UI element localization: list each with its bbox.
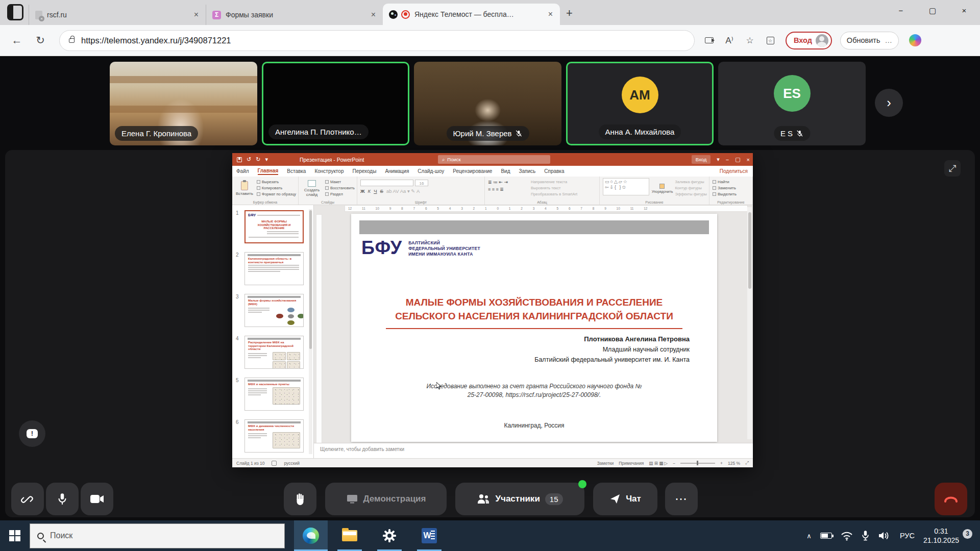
new-slide-button[interactable]: Создать слайд	[302, 178, 322, 199]
layout-button[interactable]: Макет	[325, 180, 355, 184]
taskbar-word[interactable]: W	[412, 520, 446, 551]
thumbnail-slide-2[interactable]: 2 Калининградская область: в контексте п…	[232, 252, 313, 285]
thumbnail-slide-5[interactable]: 5 МФХ и населенные пункты	[232, 378, 313, 411]
favorite-star-button[interactable]: ☆	[742, 32, 758, 48]
browser-update-button[interactable]: Обновить …	[840, 32, 899, 49]
battery-icon[interactable]	[820, 533, 832, 539]
new-tab-button[interactable]: +	[560, 7, 581, 25]
thumbnail-slide-6[interactable]: 6 МФХ и динамика численности населения	[232, 419, 313, 453]
end-call-button[interactable]	[935, 483, 967, 515]
smartart-button[interactable]: Преобразовать в SmartArt	[531, 192, 577, 196]
menu-home-active[interactable]: Главная	[258, 168, 279, 175]
bold-button[interactable]: Ж	[360, 188, 365, 194]
align-buttons[interactable]: ≡ ≡ ≡ ≣	[488, 187, 528, 192]
redo-icon[interactable]: ↻	[256, 156, 260, 163]
close-button[interactable]: ×	[948, 0, 980, 21]
thumbnail-slide-3[interactable]: 3 Малые формы хозяйствования (МФХ)	[232, 294, 313, 327]
taskbar-explorer[interactable]	[333, 520, 366, 551]
taskbar-settings[interactable]	[373, 520, 406, 551]
thumbnail-scrollbar[interactable]	[309, 209, 312, 454]
thumbnail-slide-1[interactable]: 1 БФУ МАЛЫЕ ФОРМЫ ХОЗЯЙСТВОВАНИЯ И РАССЕ…	[232, 210, 313, 243]
customize-qat-icon[interactable]: ▾	[265, 156, 268, 163]
chat-button[interactable]: Чат	[593, 483, 657, 515]
camera-button[interactable]	[81, 483, 113, 515]
tab-close-icon[interactable]: ×	[546, 10, 555, 19]
accessibility-icon[interactable]	[272, 461, 277, 466]
video-call-button[interactable]	[701, 32, 717, 48]
collections-button[interactable]: ☆	[762, 32, 778, 48]
list-buttons[interactable]: ≣ ≔ ⇤ ⇥	[488, 180, 528, 185]
language-indicator[interactable]: РУС	[900, 532, 915, 540]
ppt-share-button[interactable]: Поделиться	[720, 168, 748, 174]
underline-button[interactable]: Ч	[374, 188, 377, 194]
section-button[interactable]: Раздел	[325, 192, 355, 196]
participant-tile-es[interactable]: ES E S	[718, 62, 866, 145]
zoom-in-button[interactable]: +	[720, 461, 723, 466]
shapes-gallery[interactable]: ▭○△▱☆ ⇦⇩{ }✩	[603, 178, 649, 195]
fullscreen-expand-button[interactable]: ⤢	[944, 160, 961, 177]
tab-forms[interactable]: Σ Формы заявки ×	[206, 5, 383, 25]
slide-canvas[interactable]: БФУ БАЛТИЙСКИЙ ФЕДЕРАЛЬНЫЙ УНИВЕРСИТЕТ И…	[351, 214, 717, 442]
menu-view[interactable]: Вид	[501, 168, 510, 174]
menu-insert[interactable]: Вставка	[287, 168, 306, 174]
wifi-icon[interactable]	[841, 531, 853, 541]
restore-button[interactable]: ▢	[917, 0, 948, 21]
font-extra-buttons[interactable]: ab AV Aa ▾ ✎ А	[386, 188, 420, 194]
menu-transitions[interactable]: Переходы	[352, 168, 376, 174]
ppt-login-button[interactable]: Вход	[692, 155, 711, 164]
browser-login-button[interactable]: Вход	[786, 32, 832, 49]
clock[interactable]: 0:31 21.10.2025	[923, 527, 959, 545]
participant-tile-kropinova[interactable]: Елена Г. Кропинова	[110, 62, 257, 145]
participant-tile-mikhailova[interactable]: АМ Анна А. Михайлова	[566, 62, 714, 145]
tab-rscf[interactable]: rscf.ru ×	[29, 5, 206, 25]
undo-icon[interactable]: ↺	[247, 156, 251, 163]
participant-tile-zverev[interactable]: Юрий М. Зверев	[414, 62, 561, 145]
menu-design[interactable]: Конструктор	[314, 168, 344, 174]
notes-toggle[interactable]: Заметки	[597, 461, 614, 466]
tab-telemost-active[interactable]: Яндекс Телемост — беспла… ×	[383, 4, 560, 25]
zoom-level[interactable]: 125 %	[728, 461, 740, 466]
more-options-button[interactable]: ⋯	[665, 483, 698, 515]
view-buttons[interactable]: ▤ ⊞ ▦ ▷	[649, 461, 668, 466]
text-direction-button[interactable]: Направление текста	[531, 180, 577, 184]
select-button[interactable]: Выделить	[713, 192, 737, 196]
font-size-box[interactable]: 16	[415, 180, 428, 186]
menu-review[interactable]: Рецензирование	[453, 168, 492, 174]
ppt-restore-button[interactable]: ▢	[735, 156, 740, 163]
volume-icon[interactable]	[878, 531, 891, 541]
menu-file[interactable]: Файл	[236, 168, 249, 174]
strikethrough-button[interactable]: S	[380, 188, 383, 194]
read-aloud-button[interactable]: A⁾	[721, 32, 738, 48]
tab-close-icon[interactable]: ×	[192, 10, 201, 19]
font-name-box[interactable]	[360, 180, 413, 186]
menu-record[interactable]: Запись	[519, 168, 535, 174]
align-text-button[interactable]: Выровнять текст	[531, 186, 577, 190]
ppt-search-box[interactable]: ⌕ Поиск	[438, 155, 550, 164]
comments-toggle[interactable]: Примечания	[619, 461, 644, 466]
paste-button[interactable]: Вставить	[235, 178, 254, 199]
zoom-out-button[interactable]: −	[673, 461, 675, 466]
thumbnail-slide-4[interactable]: 4 Распределение МФХ на территории Калини…	[232, 336, 313, 369]
ribbon-options-icon[interactable]: ▾	[717, 156, 720, 163]
replace-button[interactable]: Заменить	[713, 186, 737, 190]
reset-button[interactable]: Восстановить	[325, 186, 355, 190]
notes-pane[interactable]: Щелкните, чтобы добавить заметки	[314, 443, 753, 458]
participant-tile-plotnikova[interactable]: Ангелина П. Плотнико…	[262, 62, 409, 145]
taskbar-search[interactable]: Поиск	[30, 523, 285, 548]
microphone-button[interactable]	[46, 483, 79, 515]
copy-link-button[interactable]	[11, 483, 44, 515]
back-button[interactable]: ←	[5, 34, 29, 46]
next-participants-button[interactable]: ›	[875, 89, 903, 117]
feedback-bubble-button[interactable]	[19, 420, 45, 447]
copilot-icon[interactable]	[909, 34, 921, 46]
ppt-minimize-button[interactable]: −	[726, 157, 729, 163]
shape-fill-button[interactable]: Заливка фигуры	[675, 180, 707, 184]
share-screen-button[interactable]: Демонстрация	[325, 483, 447, 515]
fit-slide-icon[interactable]: ⤢	[745, 460, 749, 466]
start-button[interactable]	[0, 520, 30, 551]
editor-scrollbar[interactable]	[747, 207, 752, 439]
shape-outline-button[interactable]: Контур фигуры	[675, 186, 707, 190]
menu-slideshow[interactable]: Слайд-шоу	[418, 168, 444, 174]
url-field[interactable]: https://telemost.yandex.ru/j/3490871221	[59, 30, 695, 51]
shape-effects-button[interactable]: Эффекты фигуры	[675, 192, 707, 196]
